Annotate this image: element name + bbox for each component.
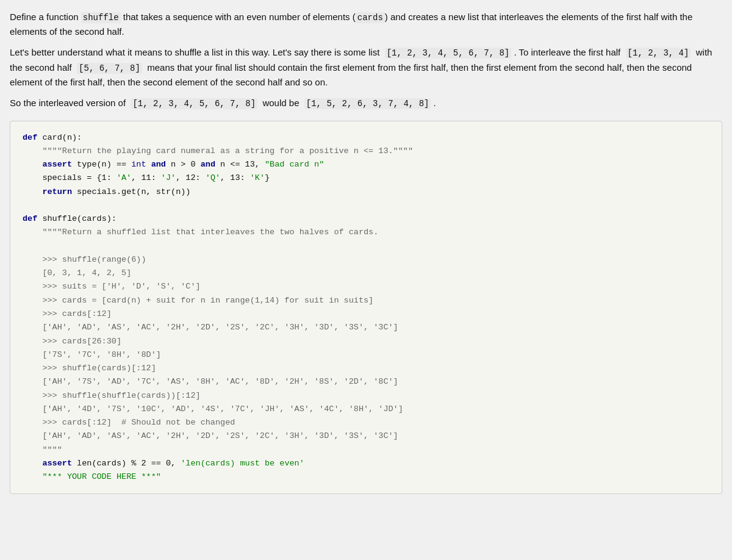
description-section: Define a function shuffle that takes a s… xyxy=(10,10,722,111)
paragraph-2: Let's better understand what it means to… xyxy=(10,45,722,90)
paragraph-3: So the interleaved version of [1, 2, 3, … xyxy=(10,96,722,110)
paragraph-1: Define a function shuffle that takes a s… xyxy=(10,10,722,39)
code-block: def card(n): """"Return the playing card… xyxy=(10,121,722,495)
